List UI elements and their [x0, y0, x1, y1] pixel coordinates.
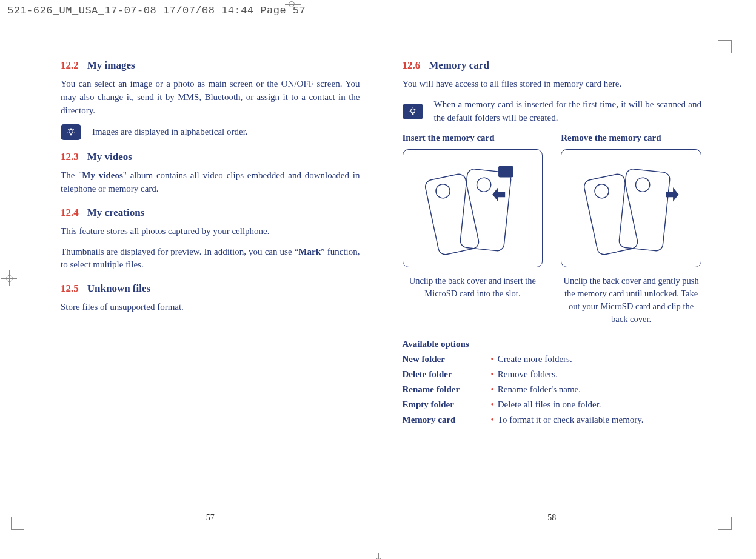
insert-column: Insert the memory card Unclip the back c… — [403, 133, 543, 326]
svg-point-5 — [476, 177, 491, 192]
heading-12-6: 12.6Memory card — [403, 59, 702, 72]
para-12-4-1: This feature stores all photos captured … — [61, 225, 360, 238]
para-12-4-2: Thumbnails are displayed for preview. In… — [61, 246, 360, 272]
heading-12-4: 12.4My creations — [61, 207, 360, 219]
remove-column: Remove the memory card Unclip the back c… — [561, 133, 701, 326]
page-right: 12.6Memory card You will have access to … — [403, 49, 702, 523]
opt-desc: •To format it or check available memory. — [491, 415, 702, 425]
memory-card-columns: Insert the memory card Unclip the back c… — [403, 133, 702, 326]
page-left: 12.2My images You can select an image or… — [61, 49, 360, 523]
available-options-title: Available options — [403, 339, 702, 349]
opt-desc: •Remove folders. — [491, 369, 702, 380]
svg-rect-6 — [499, 166, 513, 176]
heading-12-3: 12.3My videos — [61, 151, 360, 163]
opt-desc: •Create more folders. — [491, 354, 702, 364]
crop-mark-tr — [718, 40, 732, 53]
crop-mark-bl — [11, 517, 24, 530]
svg-point-1 — [410, 109, 415, 113]
heading-12-2: 12.2My images — [61, 59, 360, 72]
remove-illustration — [561, 149, 701, 267]
insert-caption: Unclip the back cover and insert the Mic… — [403, 275, 543, 300]
opt-label: Rename folder — [403, 384, 487, 395]
opt-label: New folder — [403, 354, 487, 364]
opt-label: Delete folder — [403, 369, 487, 380]
page-number-left: 57 — [61, 513, 360, 523]
registration-mark-top — [287, 0, 296, 8]
remove-caption: Unclip the back cover and gently push th… — [561, 275, 701, 326]
crop-mark-br — [718, 517, 732, 530]
para-12-6: You will have access to all files stored… — [403, 78, 702, 91]
svg-rect-8 — [618, 169, 671, 252]
svg-point-10 — [635, 177, 650, 192]
tip-12-2: Images are displayed in alphabetical ord… — [61, 124, 360, 140]
tip-text-12-6: When a memory card is inserted for the f… — [434, 98, 702, 125]
para-12-5: Store files of unsupported format. — [61, 301, 360, 314]
lightbulb-icon — [61, 124, 81, 140]
header-line — [282, 10, 756, 10]
page-number-right: 58 — [403, 513, 702, 523]
tip-text-12-2: Images are displayed in alphabetical ord… — [92, 126, 360, 139]
insert-illustration — [403, 149, 543, 267]
para-12-2: You can select an image or a photo as ma… — [61, 78, 360, 117]
svg-point-9 — [594, 182, 610, 199]
page-spread: 12.2My images You can select an image or… — [61, 49, 701, 523]
svg-rect-3 — [460, 169, 512, 252]
opt-label: Memory card — [403, 415, 487, 425]
tip-12-6: When a memory card is inserted for the f… — [403, 98, 702, 125]
opt-desc: •Delete all files in one folder. — [491, 400, 702, 410]
svg-point-4 — [435, 182, 451, 199]
lightbulb-icon — [403, 104, 423, 119]
insert-title: Insert the memory card — [403, 133, 543, 143]
svg-rect-2 — [424, 173, 480, 256]
remove-title: Remove the memory card — [561, 133, 701, 143]
svg-rect-7 — [583, 173, 638, 256]
opt-desc: •Rename folder's name. — [491, 384, 702, 395]
svg-point-0 — [69, 130, 73, 134]
print-header: 521-626_UM_USA_17-07-08 17/07/08 14:44 P… — [7, 5, 306, 16]
para-12-3: The "My videos" album contains all video… — [61, 169, 360, 196]
heading-12-5: 12.5Unknown files — [61, 283, 360, 295]
available-options-list: New folder •Create more folders. Delete … — [403, 354, 702, 425]
opt-label: Empty folder — [403, 400, 487, 410]
